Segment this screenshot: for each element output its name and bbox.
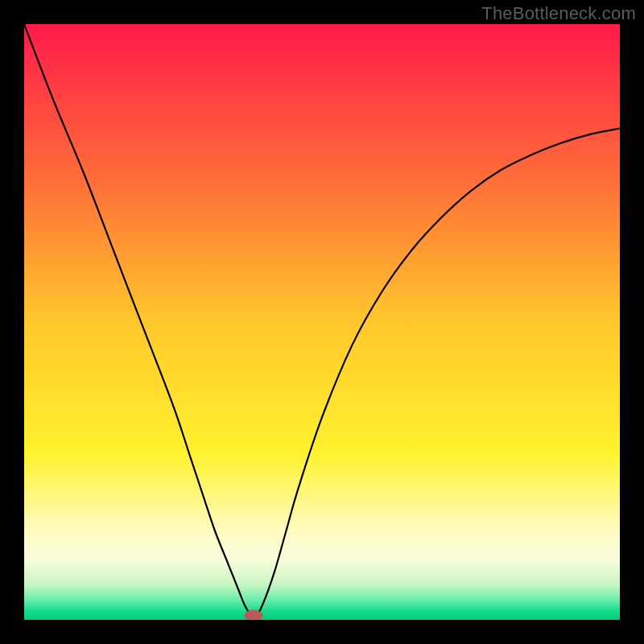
chart-frame: TheBottleneck.com bbox=[0, 0, 644, 644]
plot-area bbox=[24, 24, 620, 620]
watermark-text: TheBottleneck.com bbox=[481, 3, 636, 24]
gradient-background bbox=[24, 24, 620, 620]
plot-svg bbox=[24, 24, 620, 620]
